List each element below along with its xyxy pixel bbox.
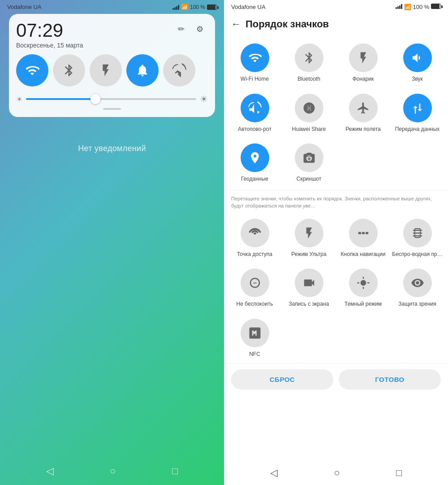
back-nav-right[interactable]: ◁: [270, 467, 278, 479]
brightness-row[interactable]: ☀ ☀: [16, 94, 208, 104]
back-button[interactable]: ←: [231, 18, 241, 30]
wifi-status-icon: 📶: [181, 4, 188, 10]
home-nav-left[interactable]: ○: [110, 465, 116, 477]
no-notifications-text: Нет уведомлений: [78, 144, 146, 153]
brightness-high-icon: ☀: [200, 94, 208, 104]
time-date-block: 07:29 Воскресенье, 15 марта: [16, 21, 83, 49]
right-panel: Vodafone UA 📶 100 % ← Порядок значков: [224, 0, 448, 485]
icon-label-hotspot: Точка доступа: [237, 251, 272, 258]
status-icons-left: 📶 100 %: [172, 4, 217, 10]
icon-circle-hotspot: [241, 219, 269, 247]
icon-circle-navbtn: [349, 219, 378, 247]
brightness-slider[interactable]: [26, 98, 196, 100]
bluetooth-toggle[interactable]: [53, 54, 85, 87]
icon-circle-eye: [403, 268, 432, 297]
done-button[interactable]: ГОТОВО: [339, 369, 441, 390]
icon-circle-nfc: [241, 319, 269, 347]
bell-toggle[interactable]: [126, 54, 159, 87]
wifi-icon-right: 📶: [404, 4, 411, 10]
svg-rect-3: [358, 232, 361, 234]
quick-toggles[interactable]: [16, 54, 208, 87]
settings-button[interactable]: ⚙: [192, 21, 208, 37]
reset-button[interactable]: СБРОС: [231, 369, 333, 390]
brightness-low-icon: ☀: [16, 95, 22, 104]
primary-icons-grid: Wi-Fi Home Bluetooth Фонарик: [224, 35, 448, 188]
icon-label-geo: Геоданные: [241, 176, 268, 183]
icon-circle-autorotate: [241, 94, 269, 122]
icon-label-data-transfer: Передача данных: [395, 126, 440, 133]
icon-label-dnd: Не беспокоить: [237, 301, 273, 308]
icon-item-data-transfer[interactable]: Передача данных: [390, 88, 444, 139]
scroll-indicator: [103, 108, 121, 110]
icon-label-airplane: Режим полета: [345, 126, 381, 133]
icon-circle-dark: [349, 268, 378, 297]
icon-item-screenshot[interactable]: Скриншот: [282, 138, 336, 188]
hint-text: Перетащите значки, чтобы изменить их пор…: [224, 190, 448, 213]
icon-item-hotspot[interactable]: Точка доступа: [228, 213, 282, 264]
home-nav-right[interactable]: ○: [334, 467, 340, 479]
battery-icon-left: [207, 4, 217, 10]
icon-item-eye[interactable]: Защита зрения: [390, 263, 444, 313]
icon-circle-huawei-share: [295, 94, 323, 122]
brightness-thumb[interactable]: [90, 94, 100, 104]
notification-shade: 07:29 Воскресенье, 15 марта ✏ ⚙: [9, 14, 215, 117]
icon-circle-flashlight: [349, 43, 378, 72]
icon-item-bluetooth[interactable]: Bluetooth: [282, 38, 336, 88]
icon-label-wireless: Беспро-водная пр…: [392, 251, 442, 258]
signal-icon: [172, 4, 179, 10]
icon-label-navbtn: Кнопка навигации: [341, 251, 386, 258]
icon-circle-airplane: [349, 94, 378, 122]
icon-label-ultra: Режим Ультра: [291, 251, 326, 258]
recent-nav-right[interactable]: □: [396, 467, 402, 479]
edit-button[interactable]: ✏: [173, 21, 189, 37]
icon-item-dnd[interactable]: Не беспокоить: [228, 263, 282, 313]
icon-label-nfc: NFC: [249, 351, 260, 358]
icon-label-record: Запись с экрана: [289, 301, 329, 308]
panel-header: ← Порядок значков: [224, 12, 448, 35]
icon-item-navbtn[interactable]: Кнопка навигации: [336, 213, 390, 264]
signal-icon-right: [396, 4, 402, 9]
top-icons[interactable]: ✏ ⚙: [173, 21, 208, 37]
date-display: Воскресенье, 15 марта: [16, 42, 83, 49]
time-display: 07:29: [16, 21, 83, 40]
icon-item-wifi[interactable]: Wi-Fi Home: [228, 38, 282, 88]
icon-label-eye: Защита зрения: [398, 301, 436, 308]
icon-circle-ultra: [295, 219, 323, 247]
bottom-buttons[interactable]: СБРОС ГОТОВО: [224, 364, 448, 395]
icon-item-airplane[interactable]: Режим полета: [336, 88, 390, 139]
icon-circle-geo: [241, 143, 269, 172]
icon-label-autorotate: Автопово-рот: [238, 126, 271, 133]
recent-nav-left[interactable]: □: [172, 465, 178, 477]
panel-title: Порядок значков: [246, 18, 329, 30]
icon-circle-wireless: [403, 219, 432, 247]
icon-item-record[interactable]: Запись с экрана: [282, 263, 336, 313]
icon-item-huawei-share[interactable]: Huawei Share: [282, 88, 336, 139]
wifi-toggle[interactable]: [16, 54, 48, 87]
secondary-icons-grid: Точка доступа Режим Ультра: [224, 213, 448, 364]
carrier-right: Vodafone UA: [231, 4, 266, 10]
svg-rect-5: [366, 232, 368, 234]
time-row: 07:29 Воскресенье, 15 марта ✏ ⚙: [16, 21, 208, 49]
icon-label-wifi: Wi-Fi Home: [241, 76, 269, 83]
icon-item-sound[interactable]: Звук: [390, 38, 444, 88]
back-nav-left[interactable]: ◁: [46, 465, 54, 477]
icon-item-flashlight[interactable]: Фонарик: [336, 38, 390, 88]
nav-bar-right[interactable]: ◁ ○ □: [224, 461, 448, 485]
icon-circle-wifi: [241, 43, 269, 72]
icon-label-huawei-share: Huawei Share: [292, 126, 326, 133]
carrier-left: Vodafone UA: [7, 4, 42, 10]
nav-bar-left[interactable]: ◁ ○ □: [0, 457, 224, 485]
icon-circle-bluetooth: [295, 43, 323, 72]
icon-item-nfc[interactable]: NFC: [228, 313, 282, 364]
svg-rect-4: [362, 232, 364, 234]
icon-item-autorotate[interactable]: Автопово-рот: [228, 88, 282, 139]
status-bar-left: Vodafone UA 📶 100 %: [0, 0, 224, 12]
icon-item-wireless[interactable]: Беспро-водная пр…: [390, 213, 444, 264]
icon-item-ultra[interactable]: Режим Ультра: [282, 213, 336, 264]
rotate-toggle[interactable]: [163, 54, 195, 87]
icon-item-geo[interactable]: Геоданные: [228, 138, 282, 188]
icon-circle-screenshot: [295, 143, 323, 172]
icon-item-dark[interactable]: Темный режим: [336, 263, 390, 313]
icon-circle-sound: [403, 43, 432, 72]
flashlight-toggle[interactable]: [90, 54, 122, 87]
